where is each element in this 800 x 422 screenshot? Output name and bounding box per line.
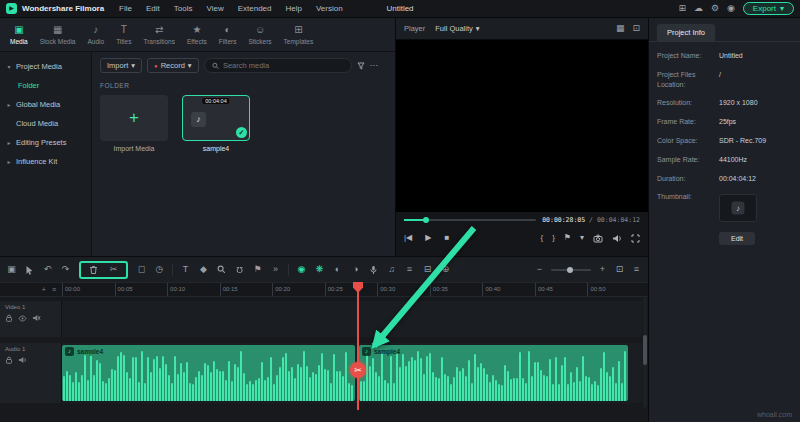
keyframe-icon[interactable]: ◆: [198, 265, 209, 274]
stop-icon[interactable]: ■: [444, 234, 449, 242]
seek-bar[interactable]: [404, 219, 536, 221]
render-preview-icon[interactable]: ◉: [296, 265, 307, 274]
delete-icon[interactable]: [88, 265, 99, 275]
clip-tile-box[interactable]: 00:04:04 ♪ ✓: [182, 95, 250, 141]
fullscreen-icon[interactable]: [631, 234, 640, 243]
grid-view-icon[interactable]: ▦: [616, 24, 625, 33]
menu-edit[interactable]: Edit: [139, 4, 167, 13]
menu-view[interactable]: View: [199, 4, 230, 13]
mark-in-icon[interactable]: {: [540, 234, 543, 242]
zoom-slider[interactable]: [551, 269, 591, 271]
text-tool-icon[interactable]: T: [180, 265, 191, 274]
screen-record-icon[interactable]: ⊟: [422, 265, 433, 274]
sidebar-item-global-media[interactable]: ▸ Global Media: [0, 95, 91, 114]
tab-templates[interactable]: ⊞ Templates: [278, 25, 320, 45]
export-button[interactable]: Export ▾: [743, 2, 794, 15]
playhead-line[interactable]: [357, 282, 359, 410]
more-tools-icon[interactable]: »: [270, 265, 281, 274]
hide-track-icon[interactable]: [18, 315, 27, 322]
speaker-icon[interactable]: [18, 356, 27, 364]
tab-stock-media[interactable]: ▦ Stock Media: [34, 25, 82, 45]
menu-tools[interactable]: Tools: [167, 4, 200, 13]
audio-clip-segment-2[interactable]: ♪ sample4: [359, 345, 628, 401]
pointer-tool-icon[interactable]: [24, 265, 35, 275]
zoom-in-icon[interactable]: +: [597, 265, 608, 274]
lock-icon[interactable]: [5, 356, 13, 364]
import-button[interactable]: Import ▾: [100, 58, 142, 73]
split-scissors-icon[interactable]: ✂: [108, 265, 119, 274]
cloud-icon[interactable]: ☁: [694, 4, 703, 13]
lock-icon[interactable]: [5, 314, 13, 322]
previous-frame-icon[interactable]: |◀: [404, 234, 412, 242]
settings-icon[interactable]: ⚙: [711, 4, 719, 13]
chevron-down-icon[interactable]: ▾: [580, 234, 584, 242]
more-options-icon[interactable]: ⋯: [370, 62, 378, 70]
video-track-lane[interactable]: [62, 301, 642, 337]
add-track-icon[interactable]: +: [42, 286, 46, 293]
clip-tile-sample4[interactable]: 00:04:04 ♪ ✓ sample4: [182, 95, 250, 152]
timeline-ruler[interactable]: + ≡ 00:00 00:05 00:10 00:15 00:20 00:25 …: [0, 283, 648, 297]
mute-track-icon[interactable]: [32, 314, 41, 322]
import-tile-box[interactable]: +: [100, 95, 168, 141]
search-input[interactable]: [223, 61, 344, 70]
auto-sync-icon[interactable]: ⊕: [440, 265, 451, 274]
tab-audio[interactable]: ♪ Audio: [82, 25, 111, 45]
video-track-header[interactable]: Video 1: [0, 301, 62, 337]
crop-icon[interactable]: ◻: [136, 265, 147, 274]
play-icon[interactable]: ▶: [425, 234, 431, 242]
scrollbar-thumb[interactable]: [643, 335, 647, 365]
marker-flag-icon[interactable]: ⚑: [564, 234, 571, 242]
edit-button[interactable]: Edit: [719, 232, 755, 245]
menu-file[interactable]: File: [112, 4, 139, 13]
chroma-key-icon[interactable]: ◑: [350, 265, 361, 274]
zoom-slider-handle[interactable]: [567, 267, 573, 273]
filter-icon[interactable]: [357, 62, 365, 70]
video-viewport[interactable]: [396, 40, 648, 212]
menu-version[interactable]: Version: [309, 4, 350, 13]
menu-extended[interactable]: Extended: [231, 4, 279, 13]
manage-tracks-icon[interactable]: ≡: [52, 286, 56, 293]
media-layers-icon[interactable]: ▣: [6, 265, 17, 274]
mark-out-icon[interactable]: }: [552, 234, 555, 242]
tab-stickers[interactable]: ☺ Stickers: [242, 25, 277, 45]
sidebar-item-folder[interactable]: Folder: [0, 76, 91, 95]
audio-clip-segment-1[interactable]: ♪ sample4: [62, 345, 355, 401]
ai-tools-icon[interactable]: ❋: [314, 265, 325, 274]
import-media-tile[interactable]: + Import Media: [100, 95, 168, 152]
sidebar-item-influence-kit[interactable]: ▸ Influence Kit: [0, 152, 91, 171]
voiceover-icon[interactable]: ♫: [386, 265, 397, 274]
tab-titles[interactable]: T Titles: [110, 25, 137, 45]
undo-icon[interactable]: ↶: [42, 265, 53, 274]
pop-out-icon[interactable]: ⊡: [632, 24, 640, 33]
sidebar-item-project-media[interactable]: ▾ Project Media: [0, 57, 91, 76]
record-button[interactable]: ● Record ▾: [147, 58, 199, 73]
tab-filters[interactable]: ◐ Filters: [213, 25, 243, 45]
redo-icon[interactable]: ↷: [60, 265, 71, 274]
tab-project-info[interactable]: Project Info: [657, 24, 715, 41]
mic-icon[interactable]: [368, 265, 379, 275]
timeline-scrollbar[interactable]: [643, 297, 647, 408]
account-icon[interactable]: ◉: [727, 4, 735, 13]
tab-effects[interactable]: ★ Effects: [181, 25, 213, 45]
seek-handle[interactable]: [423, 217, 429, 223]
sidebar-item-editing-presets[interactable]: ▸ Editing Presets: [0, 133, 91, 152]
quality-dropdown[interactable]: Full Quality ▾: [435, 24, 479, 33]
mask-icon[interactable]: ◐: [332, 265, 343, 274]
tab-transitions[interactable]: ⇄ Transitions: [137, 25, 181, 45]
zoom-tool-icon[interactable]: [216, 265, 227, 274]
speed-icon[interactable]: ◷: [154, 265, 165, 274]
speaker-icon[interactable]: [612, 234, 622, 243]
snapshot-icon[interactable]: [593, 234, 603, 243]
manage-tracks-icon[interactable]: ≡: [631, 265, 642, 274]
fit-timeline-icon[interactable]: ⊡: [614, 265, 625, 274]
sidebar-item-cloud-media[interactable]: Cloud Media: [0, 114, 91, 133]
zoom-out-icon[interactable]: −: [534, 265, 545, 274]
apps-icon[interactable]: ⊞: [678, 4, 686, 13]
marker-icon[interactable]: ⚑: [252, 265, 263, 274]
audio-track-header[interactable]: Audio 1: [0, 343, 62, 403]
menu-help[interactable]: Help: [278, 4, 308, 13]
tab-media[interactable]: ▣ Media: [4, 25, 34, 45]
audio-mixer-icon[interactable]: ≡: [404, 265, 415, 274]
search-box[interactable]: [204, 58, 352, 73]
magnet-icon[interactable]: Ω: [234, 265, 245, 274]
